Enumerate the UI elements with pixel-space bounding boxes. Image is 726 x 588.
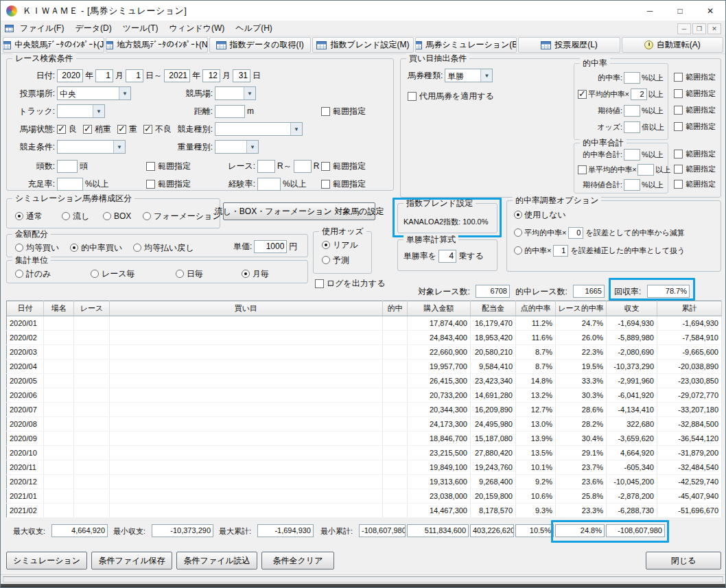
race-type-dropdown[interactable]: ▼: [215, 122, 303, 136]
table-row[interactable]: 2020/0620,733,20014,691,28013.2%30.3%-6,…: [7, 388, 722, 403]
exp-rate-range-checkbox[interactable]: 範囲指定: [321, 178, 366, 190]
column-header-4[interactable]: 的中: [383, 301, 408, 316]
heads-range-checkbox[interactable]: 範囲指定: [146, 161, 191, 172]
hit-rate-input[interactable]: [624, 72, 640, 84]
toolbar-import-central-button[interactable]: 中央競馬ﾃﾞｰﾀのｲﾝﾎﾟｰﾄ(J): [3, 37, 104, 53]
formula-power-input[interactable]: [438, 250, 456, 263]
surface-bad-checkbox[interactable]: 不良: [143, 124, 172, 135]
toolbar-get-index-data-button[interactable]: 指数データの取得(I): [209, 37, 311, 53]
column-header-7[interactable]: 点的中率: [516, 301, 556, 316]
mdi-minimize-button[interactable]: ─: [677, 23, 691, 34]
mdi-restore-button[interactable]: ❐: [692, 23, 706, 34]
fill-rate-input[interactable]: [57, 178, 83, 191]
adjust-subtract-input[interactable]: [568, 227, 583, 239]
maximize-button[interactable]: □: [665, 1, 695, 21]
date-to-day-input[interactable]: [233, 69, 250, 82]
date-from-day-input[interactable]: [126, 69, 143, 82]
menu-file[interactable]: ファイル(F): [15, 21, 69, 36]
date-to-year-input[interactable]: [164, 69, 190, 82]
amount-hit-rate-buy-radio[interactable]: 的中率買い: [70, 242, 122, 254]
race-no-range-checkbox[interactable]: 範囲指定: [321, 161, 366, 172]
race-no-to-input[interactable]: [294, 160, 312, 173]
table-row[interactable]: 2020/0824,173,30024,495,98013.0%28.2%322…: [7, 417, 722, 432]
column-header-10[interactable]: 累計: [657, 301, 722, 316]
expected-total-range-checkbox[interactable]: 範囲指定: [674, 179, 716, 189]
race-no-from-input[interactable]: [257, 160, 275, 173]
table-row[interactable]: 2020/1119,849,10019,243,76010.1%23.7%-60…: [7, 460, 722, 475]
course-dropdown[interactable]: ▼: [215, 86, 256, 100]
mdi-close-button[interactable]: ✕: [707, 23, 721, 34]
sim-type-nagashi-radio[interactable]: 流し: [62, 210, 89, 222]
single-avg-hit-range-checkbox[interactable]: 範囲指定: [674, 164, 716, 174]
single-avg-hit-multiplier-input[interactable]: [637, 164, 654, 176]
place-dropdown[interactable]: 中央 ▼: [57, 86, 131, 100]
fill-rate-range-checkbox[interactable]: 範囲指定: [146, 178, 191, 190]
unit-price-input[interactable]: [254, 240, 287, 253]
odds-range-checkbox[interactable]: 範囲指定: [674, 121, 716, 132]
aggregate-per-month-radio[interactable]: 月毎: [242, 268, 269, 280]
sim-type-formation-radio[interactable]: フォーメーション: [143, 210, 221, 222]
race-cond-dropdown[interactable]: ▼: [57, 140, 126, 154]
date-from-month-input[interactable]: [95, 69, 113, 82]
column-header-0[interactable]: 日付: [7, 301, 44, 316]
menu-help[interactable]: ヘルプ(H): [231, 21, 277, 36]
table-row[interactable]: 2020/0419,957,7009,584,4108.7%19.5%-10,3…: [7, 360, 722, 374]
avg-hit-multiplier-checkbox[interactable]: [578, 90, 587, 99]
table-row[interactable]: 2020/1023,215,50027,880,42013.5%29.1%4,6…: [7, 446, 722, 460]
column-header-2[interactable]: レース: [74, 301, 110, 316]
table-row[interactable]: 2020/0720,344,30016,209,89012.7%28.6%-4,…: [7, 403, 722, 417]
toolbar-index-blend-button[interactable]: 指数ブレンド設定(M): [312, 37, 414, 53]
track-dropdown[interactable]: ▼: [57, 104, 105, 118]
bet-type-dropdown[interactable]: 単勝 ▼: [445, 69, 493, 82]
weight-type-dropdown[interactable]: ▼: [215, 140, 259, 154]
surface-slightly-heavy-checkbox[interactable]: 稍重: [83, 124, 111, 135]
odds-predicted-radio[interactable]: 予測: [322, 254, 349, 266]
column-header-1[interactable]: 場名: [44, 301, 74, 316]
aggregate-per-day-radio[interactable]: 日毎: [176, 268, 203, 280]
column-header-6[interactable]: 配当金: [471, 301, 516, 316]
expected-value-range-checkbox[interactable]: 範囲指定: [674, 105, 716, 115]
condition-file-save-button[interactable]: 条件ファイル保存: [91, 552, 172, 569]
column-header-5[interactable]: 購入金額: [408, 301, 471, 316]
table-row[interactable]: 2020/0526,415,30023,423,34014.8%33.3%-2,…: [7, 374, 722, 388]
heads-input[interactable]: [57, 160, 78, 173]
close-button[interactable]: ✕: [695, 1, 725, 21]
single-avg-hit-multiplier-checkbox[interactable]: [578, 165, 587, 174]
aggregate-total-only-radio[interactable]: 計のみ: [15, 268, 51, 280]
adjust-none-radio[interactable]: 使用しない: [514, 208, 566, 222]
target-horse-settings-button[interactable]: 流し・BOX・フォーメーション 対象馬の設定: [223, 202, 375, 220]
surface-heavy-checkbox[interactable]: 重: [117, 124, 137, 135]
close-window-button[interactable]: 閉じる: [646, 552, 721, 569]
output-log-checkbox[interactable]: ログを出力する: [315, 278, 385, 290]
condition-file-load-button[interactable]: 条件ファイル読込: [176, 552, 257, 569]
sim-type-normal-radio[interactable]: 通常: [15, 210, 43, 222]
menu-tools[interactable]: ツール(T): [118, 21, 163, 36]
expected-value-total-input[interactable]: [624, 179, 640, 191]
amount-equal-payout-radio[interactable]: 均等払い戻し: [133, 242, 194, 254]
toolbar-import-local-button[interactable]: 地方競馬ﾃﾞｰﾀのｲﾝﾎﾟｰﾄ(N): [106, 37, 207, 53]
sim-type-box-radio[interactable]: BOX: [103, 210, 131, 222]
table-row[interactable]: 2021/0214,467,3008,178,5709.3%23.3%-6,28…: [7, 504, 722, 518]
table-row[interactable]: 2020/0117,874,40016,179,47011.2%24.7%-1,…: [7, 316, 722, 331]
title-bar[interactable]: ＫＩＷＡＭＥ - [馬券シミュレーション] ─ □ ✕: [1, 1, 725, 21]
odds-real-radio[interactable]: リアル: [322, 239, 358, 251]
avg-hit-range-checkbox[interactable]: 範囲指定: [674, 89, 716, 99]
avg-hit-multiplier-input[interactable]: [631, 89, 647, 100]
menu-window[interactable]: ウィンドウ(W): [165, 21, 230, 36]
date-from-year-input[interactable]: [57, 69, 83, 82]
toolbar-auto-run-button[interactable]: 自動運転(A): [622, 37, 723, 53]
adjust-subtract-radio[interactable]: 平均的中率× を誤差として的中率から減算: [514, 226, 685, 239]
hit-rate-total-range-checkbox[interactable]: 範囲指定: [674, 149, 716, 159]
odds-input[interactable]: [624, 121, 640, 133]
column-header-3[interactable]: 買い目: [110, 301, 383, 316]
surface-good-checkbox[interactable]: 良: [57, 124, 77, 135]
table-row[interactable]: 2020/1219,313,6009,268,4009.2%23.6%-10,0…: [7, 475, 722, 489]
minimize-button[interactable]: ─: [635, 1, 665, 21]
simulation-button[interactable]: シミュレーション: [6, 552, 87, 569]
distance-range-checkbox[interactable]: 範囲指定: [321, 106, 366, 117]
toolbar-vote-history-button[interactable]: 投票履歴(L): [518, 37, 620, 53]
toolbar-simulation-button[interactable]: 馬券シミュレーション(B): [415, 37, 517, 53]
column-header-9[interactable]: 収支: [607, 301, 657, 316]
column-header-8[interactable]: レース的中率: [556, 301, 607, 316]
expected-value-input[interactable]: [624, 105, 640, 117]
